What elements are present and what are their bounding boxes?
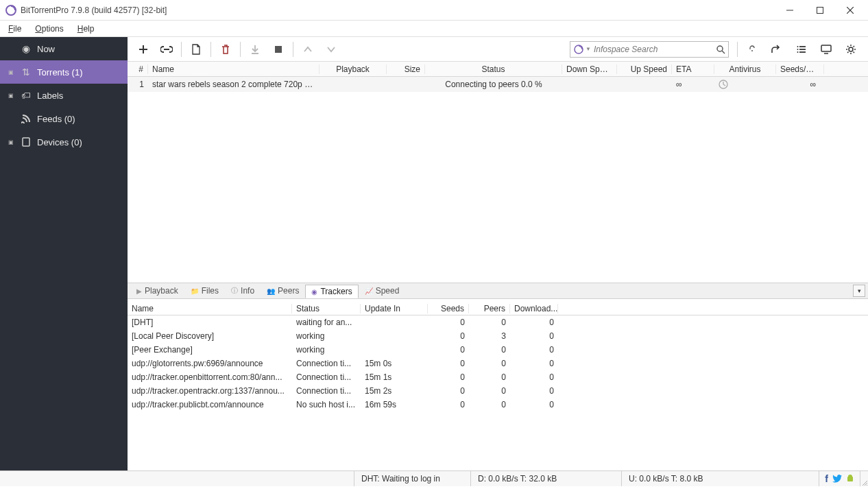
column-status[interactable]: Status — [425, 64, 562, 74]
view-list-button[interactable] — [790, 38, 813, 61]
chevron-down-icon[interactable]: ▼ — [586, 46, 591, 52]
tracker-status: Connection ti... — [292, 372, 361, 382]
tracker-status: No such host i... — [292, 400, 361, 409]
expand-icon[interactable]: ▣ — [7, 139, 15, 145]
tracker-row[interactable]: [Local Peer Discovery]working030 — [128, 329, 868, 343]
column-number[interactable]: # — [128, 64, 148, 74]
tracker-col-status[interactable]: Status — [292, 304, 361, 313]
status-icons: f — [819, 471, 860, 486]
android-icon[interactable] — [846, 474, 854, 484]
tracker-status: working — [292, 345, 361, 355]
tab-playback[interactable]: ▶Playback — [130, 284, 184, 298]
sidebar-label: Torrents (1) — [37, 67, 82, 77]
tracker-col-update[interactable]: Update In — [361, 304, 428, 313]
sidebar-item-now[interactable]: ◉ Now — [0, 37, 128, 60]
tab-trackers[interactable]: ◉Trackers — [305, 285, 358, 298]
unlock-button[interactable] — [740, 38, 764, 61]
tracker-col-downloaded[interactable]: Download... — [510, 304, 558, 313]
menu-file[interactable]: File — [3, 23, 27, 35]
column-eta[interactable]: ETA — [672, 64, 714, 74]
tracker-name: [Peer Exchange] — [128, 345, 292, 355]
move-up-button[interactable] — [296, 38, 320, 61]
tab-info[interactable]: ⓘInfo — [225, 284, 261, 298]
tracker-row[interactable]: udp://glotorrents.pw:6969/announceConnec… — [128, 357, 868, 370]
torrent-list[interactable]: 1 star wars rebels season 2 complete 720… — [128, 77, 868, 283]
maximize-button[interactable] — [805, 1, 835, 20]
tracker-seeds: 0 — [428, 372, 469, 382]
preferences-button[interactable] — [839, 38, 863, 61]
tracker-row[interactable]: udp://tracker.openbittorrent.com:80/ann.… — [128, 370, 868, 384]
app-icon — [5, 5, 16, 16]
facebook-icon[interactable]: f — [825, 473, 828, 484]
tracker-downloaded: 0 — [510, 318, 558, 327]
column-playback[interactable]: Playback — [320, 64, 387, 74]
tab-peers[interactable]: 👥Peers — [261, 284, 305, 298]
titlebar: BitTorrentPro 7.9.8 (build 42577) [32-bi… — [0, 0, 868, 21]
column-seeds-peers[interactable]: Seeds/Peers — [776, 64, 824, 74]
tab-speed[interactable]: 📈Speed — [359, 284, 406, 298]
tracker-row[interactable]: [Peer Exchange]working000 — [128, 343, 868, 357]
add-torrent-button[interactable] — [132, 38, 155, 61]
trackers-header[interactable]: Name Status Update In Seeds Peers Downlo… — [128, 302, 868, 315]
tracker-row[interactable]: udp://tracker.publicbt.com/announceNo su… — [128, 398, 868, 412]
stop-button[interactable] — [267, 38, 290, 61]
table-row[interactable]: 1 star wars rebels season 2 complete 720… — [128, 77, 868, 92]
sidebar-item-feeds[interactable]: Feeds (0) — [0, 107, 128, 130]
remove-button[interactable] — [214, 38, 237, 61]
start-button[interactable] — [243, 38, 267, 61]
new-torrent-button[interactable] — [184, 38, 208, 61]
column-antivirus[interactable]: Antivirus — [714, 64, 776, 74]
window-title: BitTorrentPro 7.9.8 (build 42577) [32-bi… — [21, 5, 775, 15]
tracker-downloaded: 0 — [510, 372, 558, 382]
search-icon[interactable] — [716, 45, 725, 54]
tracker-seeds: 0 — [428, 345, 469, 355]
svg-rect-25 — [847, 477, 853, 481]
add-link-button[interactable] — [155, 38, 178, 61]
close-button[interactable] — [835, 1, 865, 20]
svg-rect-19 — [821, 45, 831, 51]
tracker-row[interactable]: [DHT]waiting for an...000 — [128, 315, 868, 329]
tracker-row[interactable]: udp://tracker.opentrackr.org:1337/annou.… — [128, 384, 868, 398]
column-name[interactable]: Name — [148, 64, 320, 74]
separator — [737, 42, 738, 57]
sidebar-item-torrents[interactable]: ▣ ⇅ Torrents (1) — [0, 60, 128, 84]
expand-icon[interactable]: ▣ — [7, 93, 15, 99]
column-size[interactable]: Size — [387, 64, 425, 74]
remote-button[interactable] — [815, 38, 838, 61]
sidebar-label: Now — [37, 44, 55, 54]
tab-files[interactable]: 📁Files — [184, 284, 225, 298]
sidebar-item-devices[interactable]: ▣ Devices (0) — [0, 130, 128, 154]
collapse-detail-button[interactable]: ▾ — [853, 285, 865, 297]
tracker-update: 15m 0s — [361, 359, 428, 368]
radio-icon: ◉ — [311, 288, 317, 296]
search-box[interactable]: ▼ — [570, 41, 729, 58]
sidebar-item-labels[interactable]: ▣ 🏷 Labels — [0, 84, 128, 107]
torrent-list-header[interactable]: # Name Playback Size Status Down Speed U… — [128, 62, 868, 77]
resize-grip[interactable] — [860, 471, 868, 486]
tracker-downloaded: 0 — [510, 331, 558, 341]
menu-options[interactable]: Options — [29, 23, 69, 35]
move-down-button[interactable] — [320, 38, 343, 61]
tracker-seeds: 0 — [428, 359, 469, 368]
svg-rect-2 — [817, 7, 823, 13]
search-input[interactable] — [591, 45, 716, 54]
toolbar: ▼ — [128, 37, 868, 62]
sidebar-label: Devices (0) — [37, 137, 82, 147]
share-button[interactable] — [765, 38, 788, 61]
tracker-col-peers[interactable]: Peers — [469, 304, 510, 313]
column-up-speed[interactable]: Up Speed — [617, 64, 672, 74]
tracker-seeds: 0 — [428, 386, 469, 396]
tracker-col-seeds[interactable]: Seeds — [428, 304, 469, 313]
tracker-update: 16m 59s — [361, 400, 428, 409]
column-down-speed[interactable]: Down Speed — [562, 64, 617, 74]
twitter-icon[interactable] — [832, 475, 842, 483]
cell-seeds: ∞ — [776, 80, 824, 89]
cell-antivirus — [714, 80, 776, 89]
svg-point-10 — [717, 46, 723, 51]
tracker-col-name[interactable]: Name — [128, 304, 292, 313]
device-icon — [21, 137, 32, 147]
expand-icon[interactable]: ▣ — [7, 69, 15, 75]
menu-help[interactable]: Help — [72, 23, 100, 35]
search-provider-icon[interactable] — [573, 44, 584, 55]
minimize-button[interactable] — [775, 1, 805, 20]
